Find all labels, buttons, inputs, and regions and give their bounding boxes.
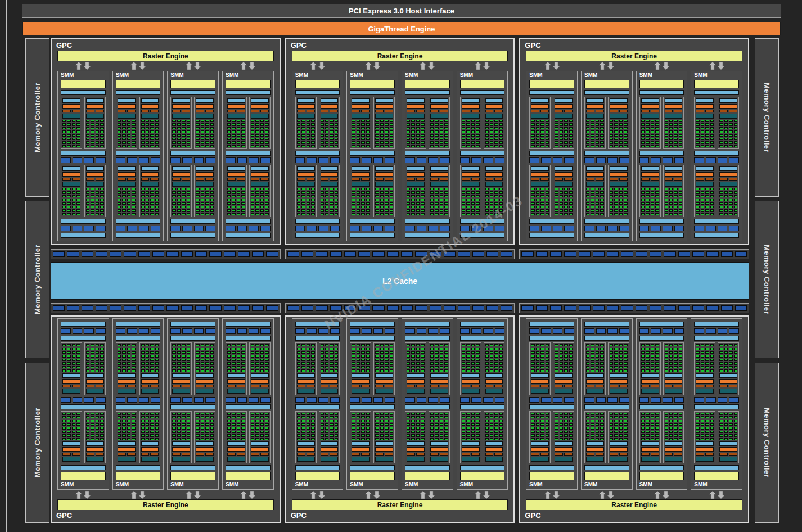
cuda-core: [729, 420, 732, 422]
cuda-core: [610, 209, 613, 211]
cuda-core: [335, 344, 338, 346]
cuda-core: [440, 209, 443, 211]
cuda-core: [440, 213, 443, 215]
cuda-core: [440, 431, 443, 433]
register-file-bar: [719, 457, 737, 462]
cuda-core: [201, 209, 204, 211]
cuda-core: [471, 191, 475, 193]
cuda-core: [122, 195, 125, 197]
ldst-sfu-segment: [84, 226, 94, 231]
ldst-sfu-segment: [249, 397, 259, 403]
dispatch-units-row: [719, 385, 737, 387]
processing-block: [373, 411, 395, 464]
dispatch-units-row: [118, 453, 136, 456]
cuda-core: [531, 141, 534, 143]
warp-scheduler-bar: [172, 104, 190, 109]
cuda-core: [569, 138, 573, 140]
crossbar-segment: [152, 305, 164, 311]
dispatch-unit-bar: [352, 453, 360, 456]
cuda-core: [411, 416, 414, 418]
processing-block: [429, 411, 450, 464]
cuda-core: [619, 134, 623, 137]
ldst-sfu-row: [226, 226, 271, 231]
crossbar-segment: [564, 251, 576, 257]
cuda-core: [619, 423, 623, 426]
dispatch-unit-bar: [610, 453, 618, 456]
cuda-core: [237, 188, 240, 190]
cuda-core: [466, 195, 470, 197]
smm-stack: [691, 79, 742, 241]
cuda-core: [150, 202, 154, 205]
cuda-core: [600, 351, 603, 354]
texture-l1-cache-bar: [694, 219, 739, 224]
cuda-core: [352, 416, 355, 418]
cuda-core: [490, 362, 493, 364]
cuda-core: [407, 206, 410, 208]
cuda-core: [710, 355, 714, 357]
cuda-core: [352, 344, 355, 346]
ldst-sfu-segment: [237, 397, 247, 403]
cuda-core: [201, 355, 204, 357]
gpc: SMMSMMSMMSMMRaster EngineGPC: [519, 315, 749, 523]
register-file-bar: [321, 389, 339, 394]
cuda-core: [494, 355, 498, 357]
cuda-core: [719, 145, 723, 147]
cuda-core: [241, 209, 245, 211]
ldst-sfu-segment: [607, 328, 618, 334]
warp-scheduler-bar: [141, 379, 159, 384]
ldst-sfu-row: [61, 397, 106, 403]
cuda-core: [127, 127, 130, 129]
shared-memory-bar: [405, 322, 450, 327]
instruction-buffer-bar: [375, 441, 393, 446]
instruction-cache-bar: [350, 90, 395, 95]
dispatch-unit-bar: [205, 110, 214, 112]
smm-label: SMM: [292, 71, 343, 79]
cuda-core: [265, 431, 268, 433]
cuda-core: [311, 141, 314, 143]
cuda-core: [407, 434, 410, 436]
cuda-core: [499, 420, 503, 422]
cuda-core: [251, 416, 254, 418]
cuda-core: [674, 206, 677, 208]
crossbar-segment: [550, 305, 562, 311]
cuda-core: [260, 134, 264, 137]
cuda-core: [555, 366, 558, 368]
cuda-core: [86, 431, 89, 433]
ldst-sfu-segment: [194, 328, 204, 334]
instruction-buffer-bar: [375, 98, 393, 103]
cuda-core: [366, 199, 370, 201]
crossbar-segment: [521, 251, 533, 257]
cuda-core: [237, 123, 240, 125]
cuda-core: [375, 206, 379, 208]
cuda-core: [141, 120, 145, 122]
cuda-core: [210, 191, 214, 193]
cuda-core: [201, 213, 204, 215]
instruction-buffer-bar: [407, 441, 425, 446]
cuda-core: [127, 123, 130, 125]
cuda-core: [586, 362, 589, 364]
cuda-core: [564, 413, 567, 415]
dispatch-unit-bar: [352, 178, 360, 181]
cuda-core: [67, 348, 70, 350]
cuda-core: [665, 134, 668, 137]
cuda-core: [586, 213, 589, 215]
cuda-core: [540, 209, 544, 211]
processing-block-row: [350, 342, 395, 395]
cuda-core-grid: [172, 120, 190, 147]
cuda-core: [669, 191, 673, 193]
cuda-core: [141, 366, 145, 368]
dispatch-units-row: [665, 385, 683, 387]
ldst-sfu-segment: [651, 157, 661, 163]
texture-l1-cache-bar: [61, 219, 106, 224]
cuda-core: [227, 413, 231, 415]
register-file-bar: [86, 114, 104, 119]
cuda-core: [297, 202, 300, 205]
gpc: SMMSMMSMMSMMRaster EngineGPC: [285, 315, 515, 523]
ldst-sfu-segment: [651, 397, 661, 403]
cuda-core: [311, 348, 314, 350]
crossbar-segment: [486, 305, 498, 311]
cuda-core: [352, 188, 355, 190]
cuda-core: [196, 127, 199, 129]
cuda-core: [325, 359, 328, 361]
shared-memory-bar: [529, 233, 574, 238]
